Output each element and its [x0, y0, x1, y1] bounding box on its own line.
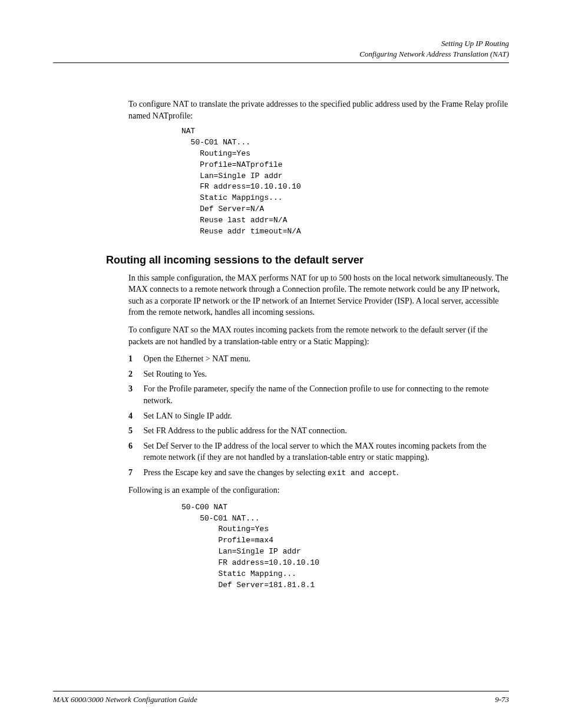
step-number: 5	[128, 425, 141, 437]
step-text: Press the Escape key and save the change…	[144, 467, 497, 479]
step-number: 2	[128, 368, 141, 380]
step-text: Set FR Address to the public address for…	[144, 425, 497, 437]
page-content: To configure NAT to translate the privat…	[53, 63, 509, 591]
footer-left: MAX 6000/3000 Network Configuration Guid…	[53, 695, 197, 704]
step-number: 1	[128, 353, 141, 365]
page-footer: MAX 6000/3000 Network Configuration Guid…	[53, 691, 509, 704]
step-1: 1 Open the Ethernet > NAT menu.	[128, 353, 509, 365]
footer-rule	[53, 691, 509, 691]
section-paragraph-1: In this sample configuration, the MAX pe…	[128, 272, 509, 318]
step-number: 7	[128, 467, 141, 479]
step-2: 2 Set Routing to Yes.	[128, 368, 509, 380]
intro-paragraph-1: To configure NAT to translate the privat…	[128, 98, 509, 121]
section-paragraph-3: Following is an example of the configura…	[128, 485, 509, 496]
step-3: 3 For the Profile parameter, specify the…	[128, 383, 509, 406]
code-block-nat: NAT 50-C01 NAT... Routing=Yes Profile=NA…	[181, 126, 509, 237]
step7-post: .	[396, 468, 399, 477]
step-text: Set LAN to Single IP addr.	[144, 410, 497, 422]
step-6: 6 Set Def Server to the IP address of th…	[128, 440, 509, 463]
step7-code: exit and accept	[328, 469, 396, 477]
step-number: 3	[128, 383, 141, 395]
header-sub: Configuring Network Address Translation …	[53, 50, 509, 59]
step-7: 7 Press the Escape key and save the chan…	[128, 467, 509, 479]
footer-right: 9-73	[495, 695, 509, 704]
header-title: Setting Up IP Routing	[53, 39, 509, 48]
page-header: Setting Up IP Routing Configuring Networ…	[53, 39, 509, 63]
section-heading: Routing all incoming sessions to the def…	[106, 254, 509, 266]
step-text: Open the Ethernet > NAT menu.	[144, 353, 497, 365]
code-block-example: 50-C00 NAT 50-C01 NAT... Routing=Yes Pro…	[181, 502, 509, 591]
step-text: For the Profile parameter, specify the n…	[144, 383, 497, 406]
step-number: 4	[128, 410, 141, 422]
step-5: 5 Set FR Address to the public address f…	[128, 425, 509, 437]
step-text: Set Def Server to the IP address of the …	[144, 440, 497, 463]
section-paragraph-2: To configure NAT so the MAX routes incom…	[128, 324, 509, 347]
step7-pre: Press the Escape key and save the change…	[144, 468, 328, 477]
step-text: Set Routing to Yes.	[144, 368, 497, 380]
step-4: 4 Set LAN to Single IP addr.	[128, 410, 509, 422]
step-number: 6	[128, 440, 141, 452]
